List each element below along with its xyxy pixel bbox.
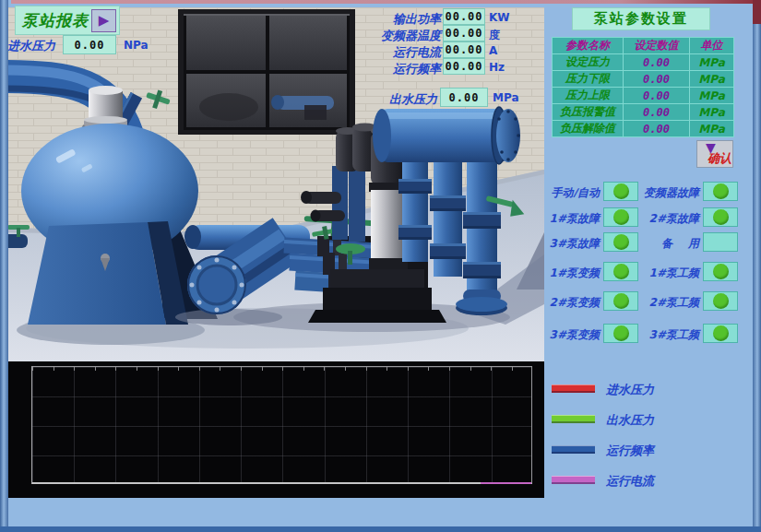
window (178, 9, 355, 135)
x-axis-ticks (32, 367, 531, 371)
lamp-icon (713, 264, 729, 279)
frame-right-edge (753, 0, 761, 532)
table-row: 压力上限 0.00 MPa (553, 88, 734, 104)
settings-header-row: 参数名称 设定数值 单位 (553, 38, 734, 54)
param-name: 压力上限 (553, 88, 624, 104)
output-power-unit: KW (489, 11, 510, 24)
inverter-temp-unit: 度 (489, 28, 500, 43)
outlet-pressure-value: 0.00 (440, 88, 488, 107)
run-current-unit: A (489, 44, 497, 57)
status-label-pump1-mains: 1#泵工频 (640, 266, 699, 281)
play-icon: ▶ (99, 14, 110, 28)
table-row: 负压解除值 0.00 MPa (553, 121, 734, 137)
lamp-icon (613, 183, 629, 199)
inlet-pressure-unit: NPa (124, 39, 149, 52)
param-name: 压力下限 (553, 71, 624, 88)
param-value[interactable]: 0.00 (624, 71, 690, 88)
table-row: 负压报警值 0.00 MPa (553, 104, 734, 121)
col-param-name: 参数名称 (553, 38, 624, 54)
report-open-button[interactable]: ▶ (91, 9, 116, 32)
legend-swatch-run-frequency (552, 445, 595, 454)
param-name: 设定压力 (553, 54, 624, 71)
col-unit: 单位 (690, 38, 734, 54)
lamp-icon (613, 325, 629, 341)
inlet-pressure-label: 进水压力 (7, 38, 55, 54)
inverter-temp-label: 变频器温度 (339, 28, 441, 44)
param-name: 负压解除值 (553, 121, 624, 137)
lamp-icon (713, 209, 729, 225)
outlet-pressure-label: 出水压力 (354, 91, 437, 108)
status-label-pump2-vfd: 2#泵变频 (531, 295, 600, 311)
confirm-button[interactable]: ▼ 确认 (696, 140, 733, 168)
legend-swatch-outlet-pressure (552, 415, 595, 423)
legend-swatch-inlet-pressure (552, 384, 595, 393)
lamp-icon (613, 264, 629, 279)
lamp-icon (613, 209, 629, 225)
output-power-value: 00.00 (443, 8, 485, 25)
status-label-pump3-fault: 3#泵故障 (531, 236, 600, 252)
lamp-icon (713, 183, 729, 199)
output-power-label: 输出功率 (339, 11, 441, 28)
lamp-pump2-mains (703, 291, 738, 311)
settings-table: 参数名称 设定数值 单位 设定压力 0.00 MPa 压力下限 0.00 MPa… (552, 37, 734, 137)
confirm-button-label: 确认 (707, 150, 731, 167)
report-button-label: 泵站报表 (22, 10, 89, 31)
param-value[interactable]: 0.00 (624, 121, 690, 137)
lamp-icon (613, 293, 629, 309)
status-label-manual-auto: 手动/自动 (531, 185, 600, 201)
trend-plot-area (31, 366, 532, 484)
lamp-pump2-fault (703, 207, 738, 227)
run-frequency-value: 00.00 (443, 58, 485, 75)
param-name: 负压报警值 (553, 104, 624, 121)
param-value[interactable]: 0.00 (624, 88, 690, 104)
lamp-manual-auto (603, 182, 638, 201)
table-row: 压力下限 0.00 MPa (553, 71, 734, 88)
lamp-spare (703, 232, 738, 252)
status-label-pump1-fault: 1#泵故障 (531, 211, 600, 227)
lamp-icon (713, 325, 729, 341)
param-unit: MPa (690, 71, 734, 88)
status-label-pump1-vfd: 1#泵变频 (531, 266, 600, 281)
status-label-vfd-fault: 变频器故障 (640, 185, 699, 201)
lamp-pump1-vfd (603, 262, 638, 281)
lamp-pump1-mains (703, 262, 738, 281)
frame-left-edge (0, 0, 8, 532)
param-value[interactable]: 0.00 (624, 54, 690, 71)
lamp-pump3-vfd (603, 324, 638, 343)
hmi-main-window: 泵站报表 ▶ 进水压力 0.00 NPa 输出功率 00.00 KW 变频器温度… (0, 0, 761, 532)
run-current-label: 运行电流 (339, 44, 441, 61)
param-unit: MPa (690, 88, 734, 104)
lamp-vfd-fault (703, 182, 738, 201)
param-unit: MPa (690, 104, 734, 121)
col-set-value: 设定数值 (624, 38, 690, 54)
status-label-pump3-vfd: 3#泵变频 (531, 327, 600, 343)
frame-bottom-edge (0, 526, 761, 532)
param-unit: MPa (690, 54, 734, 71)
legend-swatch-run-current (552, 476, 595, 484)
legend-label-outlet-pressure: 出水压力 (606, 412, 654, 429)
legend-label-run-frequency: 运行频率 (606, 443, 654, 459)
param-value[interactable]: 0.00 (624, 104, 690, 121)
report-button[interactable]: 泵站报表 ▶ (15, 6, 120, 35)
run-current-value: 00.00 (443, 41, 485, 58)
lamp-icon (613, 234, 629, 250)
inlet-pressure-value: 0.00 (63, 35, 116, 54)
legend-label-run-current: 运行电流 (606, 473, 654, 490)
legend-label-inlet-pressure: 进水压力 (606, 382, 654, 398)
lamp-pump2-vfd (603, 291, 638, 311)
lamp-pump1-fault (603, 207, 638, 227)
table-row: 设定压力 0.00 MPa (553, 54, 734, 71)
status-label-pump2-mains: 2#泵工频 (640, 295, 699, 311)
run-current-trace (481, 482, 531, 484)
left-floor-valve (7, 225, 30, 248)
outlet-pressure-unit: MPa (493, 91, 519, 104)
lamp-pump3-mains (703, 324, 738, 343)
lamp-pump3-fault (603, 232, 638, 252)
frame-top-right-corner (753, 0, 761, 24)
frame-top-strip (11, 0, 753, 4)
lamp-icon (713, 293, 729, 309)
inverter-temp-value: 00.00 (443, 25, 485, 41)
run-frequency-label: 运行频率 (339, 61, 441, 77)
status-label-spare: 备 用 (640, 236, 699, 252)
param-unit: MPa (690, 121, 734, 137)
